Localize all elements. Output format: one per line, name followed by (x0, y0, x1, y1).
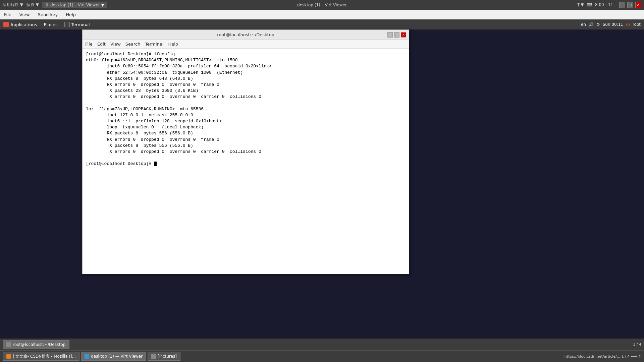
gnome-terminal-menu[interactable]: Terminal (61, 19, 93, 29)
terminal-minimize-button[interactable]: – (387, 32, 393, 38)
terminal-menu-file[interactable]: File (85, 42, 93, 47)
host-app-menu[interactable]: 应用程序 ▼ (3, 2, 23, 8)
terminal-menubar: File Edit View Search Terminal Help (83, 40, 409, 49)
host-taskbar-right-info: https://blog.csdn.net/article/... 1 / 4 … (565, 354, 641, 359)
host-taskbar-item-virtviewer[interactable]: desktop (1) — Virt Viewer (81, 352, 146, 361)
host-minimize-button[interactable]: – (619, 2, 625, 8)
gnome-places-menu[interactable]: Places (40, 19, 61, 29)
gnome-app-icon (3, 22, 9, 27)
terminal-close-button[interactable]: ✕ (401, 32, 406, 38)
terminal-menu-edit[interactable]: Edit (97, 42, 106, 47)
power-icon: ⏻ (626, 22, 630, 27)
virt-menu-help[interactable]: Help (64, 11, 77, 18)
vm-display: Applications Places Terminal en 🔊 ⚙ Sun … (0, 19, 644, 350)
terminal-window: root@localhost:~/Desktop – □ ✕ File Edit… (82, 29, 409, 274)
terminal-menu-search[interactable]: Search (125, 42, 141, 47)
vm-taskbar-terminal-icon (6, 342, 11, 347)
vm-taskbar: root@localhost:~/Desktop 1 / 4 (0, 339, 644, 350)
terminal-window-title: root@localhost:~/Desktop (217, 32, 274, 37)
pictures-icon (151, 354, 156, 359)
host-topbar-left: 应用程序 ▼ 位置 ▼ 🖥 desktop (1) – Virt Viewer … (3, 2, 107, 8)
gnome-user: root (633, 22, 641, 27)
terminal-titlebar: root@localhost:~/Desktop – □ ✕ (83, 30, 409, 40)
gnome-applications-menu[interactable]: Applications (0, 19, 40, 29)
terminal-menu-terminal[interactable]: Terminal (145, 42, 163, 47)
host-taskbar: | 文文章- CSDN博客 - Mozilla Fi... desktop (1… (0, 350, 644, 362)
host-time: 8 00：11 (595, 2, 613, 8)
keyboard-icon: ⌨ (587, 3, 592, 7)
vm-taskbar-item-terminal[interactable]: root@localhost:~/Desktop (3, 340, 69, 349)
terminal-menu-view[interactable]: View (110, 42, 121, 47)
host-taskbar-item-pictures[interactable]: [Pictures] (148, 352, 180, 361)
host-topbar-right: 中▼ ⌨ 8 00：11 – □ ✕ (577, 2, 641, 8)
host-taskbar-firefox-label: | 文文章- CSDN博客 - Mozilla Fi... (13, 354, 76, 359)
gnome-panel: Applications Places Terminal en 🔊 ⚙ Sun … (0, 19, 644, 29)
host-position-menu[interactable]: 位置 ▼ (26, 2, 39, 8)
gnome-panel-right: en 🔊 ⚙ Sun 00:11 ⏻ root (578, 22, 644, 27)
virt-viewer-icon (85, 354, 89, 359)
virt-menu-view[interactable]: View (18, 11, 31, 18)
terminal-content[interactable]: [root@localhost Desktop]# ifconfig eth0:… (83, 49, 409, 274)
terminal-menu-help[interactable]: Help (168, 42, 178, 47)
gnome-panel-left: Applications Places Terminal (0, 19, 93, 29)
virt-menu-file[interactable]: File (3, 11, 13, 18)
virt-menu-sendkey[interactable]: Send key (37, 11, 59, 18)
host-close-button[interactable]: ✕ (635, 2, 641, 8)
virt-menubar: File View Send key Help (0, 10, 644, 19)
volume-icon: 🔊 (589, 22, 594, 27)
host-taskbar-virt-label: desktop (1) — Virt Viewer (91, 354, 143, 359)
terminal-small-icon (64, 22, 70, 27)
host-maximize-button[interactable]: □ (627, 2, 633, 8)
gnome-datetime: Sun 00:11 (603, 22, 623, 27)
host-topbar: 应用程序 ▼ 位置 ▼ 🖥 desktop (1) – Virt Viewer … (0, 0, 644, 10)
host-window-title-center: desktop (1) – Virt Viewer (297, 3, 347, 7)
host-taskbar-pictures-label: [Pictures] (158, 354, 177, 359)
terminal-output: [root@localhost Desktop]# ifconfig eth0:… (86, 51, 406, 167)
host-taskbar-item-firefox[interactable]: | 文文章- CSDN博客 - Mozilla Fi... (3, 352, 79, 361)
vm-taskbar-item-label: root@localhost:~/Desktop (13, 342, 66, 347)
terminal-window-controls: – □ ✕ (387, 32, 406, 38)
host-window-controls: – □ ✕ (619, 2, 641, 8)
language-indicator[interactable]: en (581, 22, 586, 27)
host-input-indicator[interactable]: 中▼ (577, 2, 584, 8)
vm-page-indicator: 1 / 4 (633, 342, 641, 347)
terminal-maximize-button[interactable]: □ (394, 32, 399, 38)
settings-icon[interactable]: ⚙ (596, 22, 600, 27)
host-window-tab[interactable]: 🖥 desktop (1) – Virt Viewer ▼ (42, 2, 107, 8)
firefox-icon (6, 354, 11, 359)
